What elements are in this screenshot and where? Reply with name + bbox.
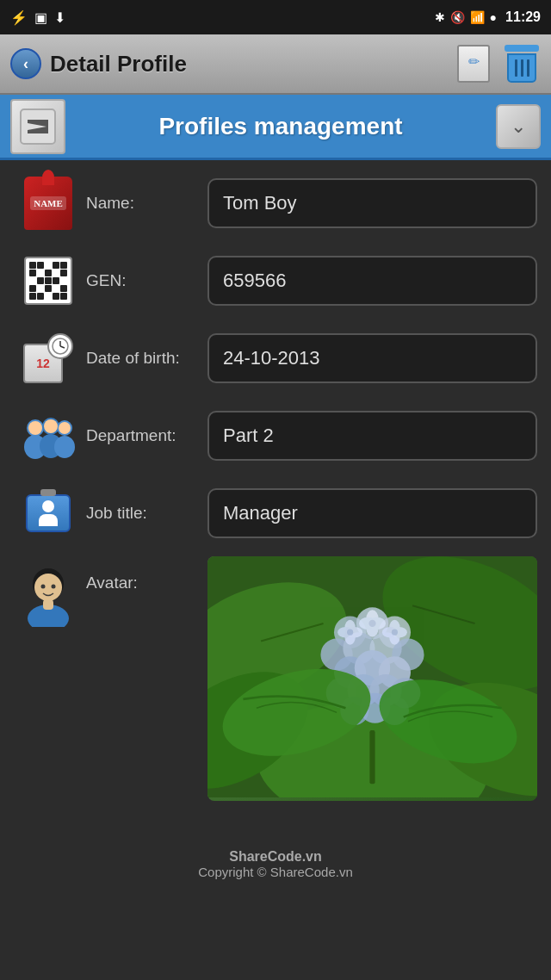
nav-left: ‹ Detail Profile	[10, 48, 187, 79]
svg-rect-22	[43, 599, 53, 610]
job-title-value: Manager	[207, 488, 537, 538]
dob-label: Date of birth:	[83, 349, 207, 368]
arrow-icon	[19, 108, 57, 146]
name-icon-container: name	[14, 169, 83, 238]
profiles-header-icon	[10, 99, 65, 154]
back-button[interactable]: ‹	[10, 48, 41, 79]
svg-rect-31	[369, 730, 375, 784]
signal-icon: 📶	[470, 10, 485, 24]
status-bar: ⚡ ▣ ⬇ ✱ 🔇 📶 ● 11:29	[0, 0, 551, 34]
svg-point-53	[368, 620, 375, 627]
calendar-icon	[23, 333, 73, 383]
svg-point-58	[347, 630, 353, 636]
trash-icon	[506, 45, 537, 83]
avatar-row: Avatar:	[14, 556, 537, 815]
dob-icon-container	[14, 324, 83, 393]
gen-value: 659566	[207, 256, 537, 306]
profiles-header-title: Profiles management	[76, 113, 486, 140]
status-left-icons: ⚡ ▣ ⬇	[10, 9, 65, 26]
usb-icon: ⚡	[10, 9, 28, 26]
svg-point-15	[44, 419, 58, 433]
footer-line1: ShareCode.vn	[17, 849, 534, 865]
svg-point-18	[34, 574, 62, 601]
department-row: Department: Part 2	[14, 401, 537, 470]
delete-button[interactable]	[503, 45, 541, 83]
nav-bar: ‹ Detail Profile	[0, 34, 551, 95]
footer-line2: Copyright © ShareCode.vn	[17, 865, 534, 879]
badge-icon	[26, 494, 71, 532]
avatar-icon-container	[14, 556, 83, 625]
dob-row: Date of birth: 24-10-2013	[14, 324, 537, 393]
svg-point-16	[59, 422, 71, 434]
nav-right	[455, 45, 541, 83]
people-icon	[22, 409, 75, 462]
profile-content: name Name: Tom Boy GEN: 659566	[0, 160, 551, 832]
svg-point-14	[28, 421, 42, 435]
gen-label: GEN:	[83, 271, 207, 290]
name-tag-icon: name	[24, 177, 72, 230]
job-icon-container	[14, 479, 83, 548]
chevron-down-icon: ⌄	[511, 115, 526, 138]
flower-image	[207, 556, 537, 797]
job-title-row: Job title: Manager	[14, 479, 537, 548]
name-value: Tom Boy	[207, 178, 537, 228]
gen-row: GEN: 659566	[14, 246, 537, 315]
edit-button[interactable]	[455, 45, 492, 83]
department-label: Department:	[83, 426, 207, 445]
job-title-label: Job title:	[83, 504, 207, 523]
avatar-person-icon	[21, 565, 76, 627]
bluetooth-icon: ✱	[435, 10, 445, 24]
mute-icon: 🔇	[450, 10, 465, 24]
back-icon: ‹	[23, 55, 28, 73]
page-title: Detail Profile	[50, 51, 187, 78]
sim-icon: ▣	[34, 9, 47, 26]
avatar-image	[207, 556, 537, 801]
name-label: Name:	[83, 194, 207, 213]
department-value: Part 2	[207, 411, 537, 461]
svg-point-63	[392, 630, 398, 636]
footer: ShareCode.vn Copyright © ShareCode.vn	[0, 832, 551, 896]
trash-top	[505, 45, 539, 52]
name-row: name Name: Tom Boy	[14, 169, 537, 238]
dob-value: 24-10-2013	[207, 333, 537, 383]
profiles-header: Profiles management ⌄	[0, 95, 551, 160]
time-display: 11:29	[505, 9, 541, 25]
download-icon: ⬇	[54, 9, 65, 26]
dropdown-button[interactable]: ⌄	[496, 104, 541, 149]
trash-body	[507, 53, 536, 83]
qr-code-icon	[24, 257, 72, 305]
gen-icon-container	[14, 246, 83, 315]
svg-point-13	[54, 436, 75, 458]
clock-icon	[47, 333, 73, 359]
department-icon-container	[14, 401, 83, 470]
svg-point-19	[41, 585, 46, 589]
edit-icon	[457, 45, 490, 83]
svg-point-20	[52, 585, 56, 589]
avatar-label: Avatar:	[83, 574, 207, 592]
brand-icon: ●	[490, 10, 497, 24]
status-right-icons: ✱ 🔇 📶 ● 11:29	[435, 9, 541, 25]
